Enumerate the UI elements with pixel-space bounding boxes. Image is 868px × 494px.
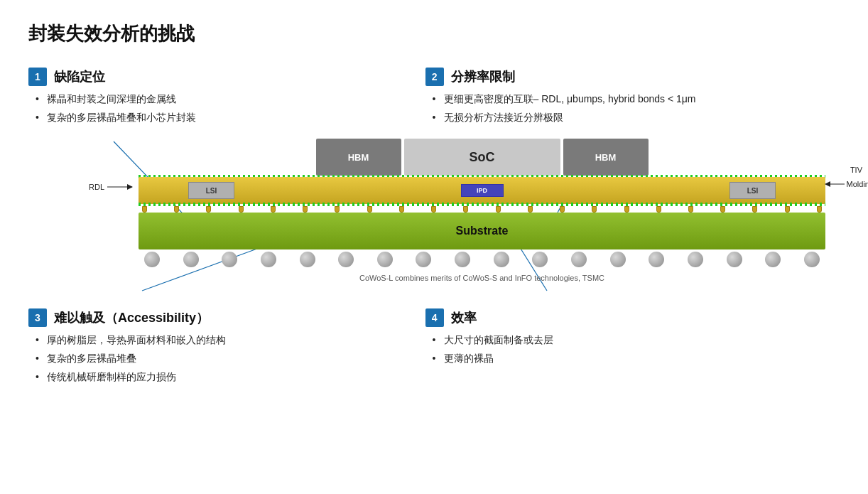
badge-3: 3 bbox=[28, 308, 47, 327]
svg-marker-7 bbox=[825, 181, 830, 187]
section-1-title: 缺陷定位 bbox=[54, 68, 105, 85]
section-4-title: 效率 bbox=[451, 309, 477, 326]
section-3-bullet-3: 传统机械研磨制样的应力损伤 bbox=[36, 370, 411, 385]
solder-balls bbox=[144, 250, 820, 269]
soc-chip: SoC bbox=[404, 139, 560, 176]
section-1-bullet-2: 复杂的多层裸晶堆叠和小芯片封装 bbox=[36, 110, 411, 125]
section-3-header: 3 难以触及（Accessibility） bbox=[28, 308, 411, 327]
substrate-layer: Substrate bbox=[139, 213, 825, 249]
chip-diagram: HBM SoC HBM LSI IPD LSI bbox=[139, 134, 825, 284]
section-3-title: 难以触及（Accessibility） bbox=[54, 309, 209, 326]
micro-bumps bbox=[142, 205, 822, 213]
section-4-bullet-2: 更薄的裸晶 bbox=[433, 351, 840, 366]
section-4: 4 效率 大尺寸的截面制备或去层 更薄的裸晶 bbox=[425, 308, 840, 388]
badge-1: 1 bbox=[28, 68, 47, 86]
lsi-right: LSI bbox=[729, 182, 776, 199]
content-area: 1 缺陷定位 裸晶和封装之间深埋的金属线 复杂的多层裸晶堆叠和小芯片封装 2 分… bbox=[28, 68, 840, 388]
section-2-bullet-1: 更细更高密度的互联– RDL, μbumps, hybrid bonds < 1… bbox=[433, 92, 840, 107]
rdl-label: RDL bbox=[89, 183, 136, 191]
bottom-section: 3 难以触及（Accessibility） 厚的树脂层，导热界面材料和嵌入的结构… bbox=[28, 308, 840, 388]
section-3-bullets: 厚的树脂层，导热界面材料和嵌入的结构 复杂的多层裸晶堆叠 传统机械研磨制样的应力… bbox=[28, 333, 411, 385]
section-2-bullets: 更细更高密度的互联– RDL, μbumps, hybrid bonds < 1… bbox=[425, 92, 840, 125]
section-1: 1 缺陷定位 裸晶和封装之间深埋的金属线 复杂的多层裸晶堆叠和小芯片封装 bbox=[28, 68, 411, 129]
section-1-bullet-1: 裸晶和封装之间深埋的金属线 bbox=[36, 92, 411, 107]
tiv-label: TIV bbox=[850, 166, 862, 174]
badge-2: 2 bbox=[425, 68, 444, 86]
substrate-label: Substrate bbox=[456, 225, 509, 237]
badge-4: 4 bbox=[425, 308, 444, 327]
section-4-bullet-1: 大尺寸的截面制备或去层 bbox=[433, 333, 840, 348]
section-1-header: 1 缺陷定位 bbox=[28, 68, 411, 86]
section-2-header: 2 分辨率限制 bbox=[425, 68, 840, 86]
section-3-bullet-2: 复杂的多层裸晶堆叠 bbox=[36, 351, 411, 366]
hbm-chip-right: HBM bbox=[563, 139, 649, 176]
section-2-title: 分辨率限制 bbox=[451, 68, 515, 85]
section-4-bullets: 大尺寸的截面制备或去层 更薄的裸晶 bbox=[425, 333, 840, 366]
section-2: 2 分辨率限制 更细更高密度的互联– RDL, μbumps, hybrid b… bbox=[425, 68, 840, 129]
diagram-caption: CoWoS-L combines merits of CoWoS-S and I… bbox=[139, 274, 825, 282]
chip-row: HBM SoC HBM bbox=[181, 134, 783, 176]
svg-marker-5 bbox=[127, 184, 133, 190]
lsi-left: LSI bbox=[188, 182, 234, 199]
section-3: 3 难以触及（Accessibility） 厚的树脂层，导热界面材料和嵌入的结构… bbox=[28, 308, 411, 388]
molding-label: Molding bbox=[823, 180, 868, 188]
section-4-header: 4 效率 bbox=[425, 308, 840, 327]
ipd-block: IPD bbox=[461, 184, 504, 197]
page-title: 封装失效分析的挑战 bbox=[28, 21, 840, 46]
section-1-bullets: 裸晶和封装之间深埋的金属线 复杂的多层裸晶堆叠和小芯片封装 bbox=[28, 92, 411, 125]
section-3-bullet-1: 厚的树脂层，导热界面材料和嵌入的结构 bbox=[36, 333, 411, 348]
interposer-layer: LSI IPD LSI bbox=[139, 177, 825, 204]
section-2-bullet-2: 无损分析方法接近分辨极限 bbox=[433, 110, 840, 125]
hbm-chip-left: HBM bbox=[316, 139, 401, 176]
